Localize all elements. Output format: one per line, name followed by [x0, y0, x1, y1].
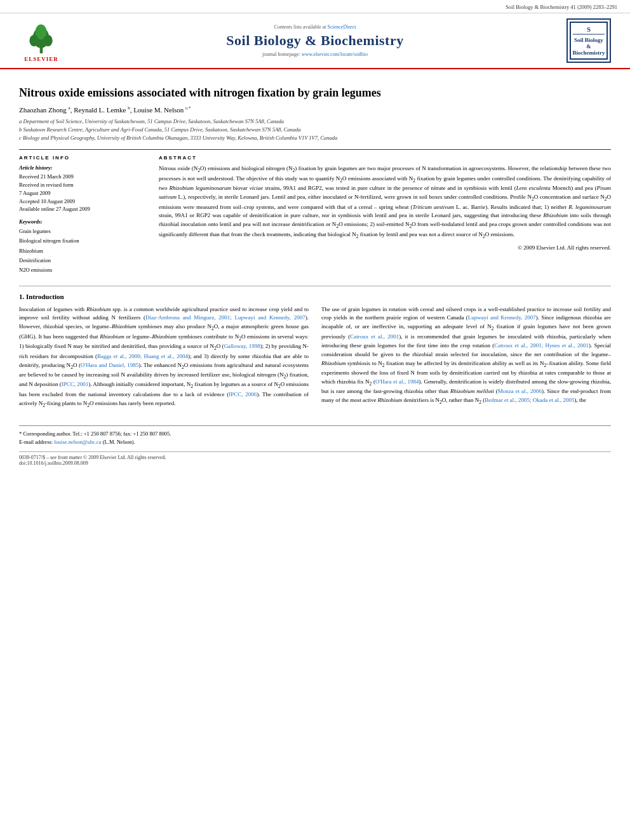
ref-galloway[interactable]: Galloway, 1998: [224, 343, 260, 349]
ref-ipcc-2006[interactable]: IPCC, 2006: [229, 391, 257, 397]
sciencedirect-link[interactable]: ScienceDirect: [328, 24, 356, 30]
intro-right-col: The use of grain legumes in rotation wit…: [321, 305, 611, 413]
authors-line: Zhaozhan Zhong a, Reynald L. Lemke b, Lo…: [19, 105, 611, 114]
keyword-3: Rhizobium: [19, 246, 146, 256]
author-lemke: Reynald L. Lemke b,: [74, 106, 133, 114]
journal-logo-box: S Soil Biology & Biochemistry: [566, 18, 611, 63]
contents-available-text: Contents lists available at: [274, 24, 326, 30]
email-name: (L.M. Nelson).: [102, 439, 135, 445]
footnotes: * Corresponding author. Tel.: +1 250 807…: [19, 425, 611, 446]
section-name: Introduction: [26, 293, 64, 300]
email-address[interactable]: louise.nelson@ubc.ca: [54, 439, 101, 445]
ref-ohara-daniel[interactable]: O'Hara and Daniel, 1985: [81, 362, 138, 368]
introduction-section: 1. Introduction Inoculation of legumes w…: [19, 286, 611, 413]
affiliation-b: b Saskatoon Research Centre, Agriculture…: [19, 126, 611, 134]
ref-catroux-2001a[interactable]: Catroux et al., 2001: [350, 333, 399, 340]
svg-point-3: [29, 34, 39, 46]
keywords-section: Keywords: Grain legumes Biological nitro…: [19, 218, 146, 275]
section-title: 1. Introduction: [19, 293, 611, 300]
page: Soil Biology & Biochemistry 41 (2009) 22…: [0, 0, 630, 840]
svg-text:&: &: [586, 43, 591, 50]
elsevier-logo-area: ELSEVIER: [13, 20, 70, 62]
copyright-line: © 2009 Elsevier Ltd. All rights reserved…: [159, 244, 611, 253]
abstract-column: ABSTRACT Nitrous oxide (N2O) emissions a…: [159, 155, 611, 275]
elsevier-logo: ELSEVIER: [24, 20, 58, 62]
article-history-block: Article history: Received 21 March 2009 …: [19, 164, 146, 213]
journal-banner: ELSEVIER Contents lists available at Sci…: [0, 13, 630, 69]
article-info-abstract-container: ARTICLE INFO Article history: Received 2…: [19, 149, 611, 275]
abstract-heading: ABSTRACT: [159, 155, 611, 161]
page-footer: 0038-0717/$ – see front matter © 2009 El…: [19, 451, 611, 466]
sciencedirect-line: Contents lists available at ScienceDirec…: [70, 24, 560, 30]
ref-lupwayi-kennedy[interactable]: Lupwayi and Kennedy, 2007: [468, 314, 536, 321]
ref-ipcc-2001[interactable]: IPCC, 2001: [62, 381, 89, 387]
main-content: Nitrous oxide emissions associated with …: [0, 69, 630, 479]
svg-text:Biochemistry: Biochemistry: [573, 50, 605, 56]
accepted-date: Accepted 10 August 2009: [19, 197, 146, 206]
keyword-5: N2O emissions: [19, 265, 146, 275]
journal-homepage: journal homepage: www.elsevier.com/locat…: [70, 51, 560, 57]
issn-line: 0038-0717/$ – see front matter © 2009 El…: [19, 455, 611, 460]
article-info-column: ARTICLE INFO Article history: Received 2…: [19, 155, 146, 275]
keywords-list: Grain legumes Biological nitrogen fixati…: [19, 227, 146, 275]
homepage-url[interactable]: www.elsevier.com/locate/soilbio: [302, 51, 368, 57]
article-info-heading: ARTICLE INFO: [19, 155, 146, 161]
journal-title: Soil Biology & Biochemistry: [70, 32, 560, 49]
keyword-4: Denitrification: [19, 256, 146, 265]
journal-logo-area: S Soil Biology & Biochemistry: [560, 18, 617, 63]
history-label: Article history:: [19, 164, 146, 171]
keyword-1: Grain legumes: [19, 227, 146, 236]
email-label: E-mail address:: [19, 439, 54, 445]
ref-ohara-1984[interactable]: O'Hara et al., 1984: [375, 378, 419, 385]
affiliations: a Department of Soil Science, University…: [19, 117, 611, 142]
keywords-label: Keywords:: [19, 218, 146, 225]
received-date: Received 21 March 2009: [19, 173, 146, 181]
body-two-col: Inoculation of legumes with Rhizobium sp…: [19, 305, 611, 413]
banner-center: Contents lists available at ScienceDirec…: [70, 24, 560, 57]
ref-monza[interactable]: Monza et al., 2006: [498, 388, 542, 394]
intro-right-para-1: The use of grain legumes in rotation wit…: [321, 305, 611, 406]
ref-baggs[interactable]: Baggs et al., 2000; Huang et al., 2004: [97, 353, 188, 359]
svg-text:S: S: [587, 25, 591, 33]
intro-left-para: Inoculation of legumes with Rhizobium sp…: [19, 305, 309, 410]
article-title: Nitrous oxide emissions associated with …: [19, 86, 611, 100]
doi-line: doi:10.1016/j.soilbio.2009.08.009: [19, 460, 611, 466]
homepage-label: journal homepage:: [262, 51, 300, 57]
abstract-paragraph: Nitrous oxide (N2O) emissions and biolog…: [159, 164, 611, 240]
author-zhong: Zhaozhan Zhong a,: [19, 106, 74, 114]
svg-text:Soil Biology: Soil Biology: [574, 37, 603, 43]
abstract-text: Nitrous oxide (N2O) emissions and biolog…: [159, 164, 611, 253]
section-number: 1.: [19, 293, 24, 300]
author-nelson: Louise M. Nelson c,*: [133, 106, 191, 114]
revised-label: Received in revised form: [19, 181, 146, 189]
ref-diaz[interactable]: Díaz-Ambrona and Minguez, 2001; Lupwayi …: [145, 314, 305, 321]
affiliation-c: c Biology and Physical Geography, Univer…: [19, 134, 611, 142]
ref-bedmar[interactable]: Bedmar et al., 2005; Okada et al., 2005: [485, 397, 574, 403]
other-text: other: [425, 388, 437, 394]
email-note: E-mail address: louise.nelson@ubc.ca (L.…: [19, 438, 611, 446]
elsevier-text: ELSEVIER: [24, 56, 58, 62]
ref-catroux-2001b[interactable]: Catroux et al., 2001; Hynes et al., 2001: [494, 342, 589, 349]
journal-citation-header: Soil Biology & Biochemistry 41 (2009) 22…: [0, 0, 630, 13]
affiliation-a: a Department of Soil Science, University…: [19, 117, 611, 126]
revised-date: 7 August 2009: [19, 189, 146, 197]
corresponding-author-note: * Corresponding author. Tel.: +1 250 807…: [19, 430, 611, 438]
online-date: Available online 27 August 2009: [19, 205, 146, 213]
intro-left-col: Inoculation of legumes with Rhizobium sp…: [19, 305, 309, 413]
journal-logo-icon: S Soil Biology & Biochemistry: [570, 22, 608, 60]
svg-point-4: [43, 34, 53, 46]
citation-text: Soil Biology & Biochemistry 41 (2009) 22…: [506, 4, 617, 10]
elsevier-tree-icon: [25, 20, 57, 55]
keyword-2: Biological nitrogen fixation: [19, 236, 146, 246]
